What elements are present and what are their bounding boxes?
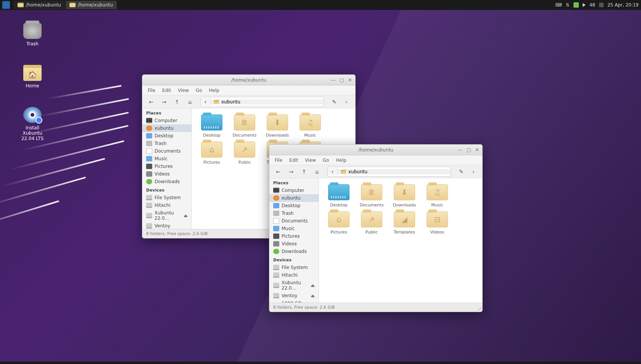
sidebar-item-1000gb[interactable]: 1000 GB Volume <box>269 300 319 303</box>
sidebar-item-computer[interactable]: Computer <box>142 117 192 124</box>
sidebar-item-trash[interactable]: Trash <box>269 209 319 217</box>
nav-home-button[interactable]: ⌂ <box>312 167 322 177</box>
sidebar-item-hitachi[interactable]: Hitachi <box>269 271 319 279</box>
nav-home-button[interactable]: ⌂ <box>185 97 195 107</box>
folder-public[interactable]: ↗Public <box>358 211 385 235</box>
sidebar-item-ventoy[interactable]: Ventoy⏏ <box>269 292 319 300</box>
nav-forward-button[interactable]: → <box>286 167 296 177</box>
menu-file[interactable]: File <box>275 158 282 163</box>
menu-edit[interactable]: Edit <box>162 88 171 93</box>
sidebar-item-filesystem[interactable]: File System <box>269 264 319 271</box>
path-label: xubuntu <box>221 99 240 105</box>
battery-icon[interactable] <box>573 2 579 8</box>
folder-music[interactable]: ♫Music <box>296 114 324 138</box>
clock-text[interactable]: 25 Apr, 20:19 <box>607 2 639 8</box>
folder-templates[interactable]: ◢Templates <box>391 211 418 235</box>
menu-help[interactable]: Help <box>336 158 346 163</box>
sidebar-item-downloads[interactable]: Downloads <box>142 178 192 185</box>
nav-up-button[interactable]: ↑ <box>172 97 182 107</box>
path-crumb[interactable]: xubuntu <box>338 169 451 174</box>
menu-view[interactable]: View <box>305 158 316 163</box>
eject-icon[interactable]: ⏏ <box>184 213 188 218</box>
desktop-home[interactable]: Home <box>15 65 50 89</box>
volume-icon[interactable] <box>583 3 586 7</box>
sidebar-item-xubuntu-iso[interactable]: Xubuntu 22.0…⏏ <box>142 209 192 222</box>
keyboard-layout-icon[interactable]: ⌨ <box>555 2 562 8</box>
minimize-button[interactable]: — <box>331 77 336 83</box>
home-icon <box>341 170 346 174</box>
folder-documents[interactable]: 🗎Documents <box>231 114 258 138</box>
menu-go[interactable]: Go <box>196 88 202 93</box>
folder-pictures[interactable]: ⌂Pictures <box>325 211 353 235</box>
folder-pictures[interactable]: ⌂Pictures <box>198 142 225 165</box>
sidebar-item-desktop[interactable]: Desktop <box>269 202 319 209</box>
minimize-button[interactable]: — <box>458 147 463 153</box>
window-titlebar[interactable]: /home/xubuntu — ▢ ✕ <box>142 75 355 85</box>
maximize-button[interactable]: ▢ <box>340 77 344 83</box>
sidebar-item-filesystem[interactable]: File System <box>142 194 192 201</box>
path-bar[interactable]: ‹ xubuntu <box>200 97 324 107</box>
maximize-button[interactable]: ▢ <box>467 147 471 153</box>
sidebar-item-hitachi[interactable]: Hitachi <box>142 201 192 209</box>
sidebar-item-home[interactable]: xubuntu <box>142 124 192 132</box>
desktop-trash[interactable]: Trash <box>15 23 50 47</box>
path-toggle-icon[interactable]: ‹ <box>201 98 211 105</box>
nav-up-button[interactable]: ↑ <box>299 167 309 177</box>
folder-videos[interactable]: ⊟Videos <box>424 211 451 235</box>
close-button[interactable]: ✕ <box>475 147 479 153</box>
sidebar-item-pictures[interactable]: Pictures <box>269 232 319 240</box>
nav-back-button[interactable]: ← <box>273 167 283 177</box>
sidebar-item-downloads[interactable]: Downloads <box>269 248 319 255</box>
edit-path-button[interactable]: ✎ <box>456 167 466 177</box>
folder-desktop[interactable]: Desktop <box>198 114 225 138</box>
sidebar-item-documents[interactable]: Documents <box>269 217 319 225</box>
sidebar-item-home[interactable]: xubuntu <box>269 194 319 202</box>
file-manager-window[interactable]: /home/xubuntu — ▢ ✕ File Edit View Go He… <box>269 144 483 312</box>
icon-label: 22.04 LTS <box>15 136 50 141</box>
path-toggle-icon[interactable]: ‹ <box>328 168 338 175</box>
sidebar-item-computer[interactable]: Computer <box>269 187 319 194</box>
eject-icon[interactable]: ⏏ <box>311 293 315 298</box>
folder-documents[interactable]: 🗎Documents <box>358 184 385 208</box>
folder-public[interactable]: ↗Public <box>231 142 258 165</box>
sidebar-item-videos[interactable]: Videos <box>269 240 319 248</box>
sidebar-item-documents[interactable]: Documents <box>142 147 192 155</box>
sidebar-item-trash[interactable]: Trash <box>142 140 192 147</box>
sidebar-item-desktop[interactable]: Desktop <box>142 132 192 140</box>
menu-help[interactable]: Help <box>209 88 219 93</box>
folder-music[interactable]: ♫Music <box>424 184 451 208</box>
sidebar-item-xubuntu-iso[interactable]: Xubuntu 22.0…⏏ <box>269 279 319 292</box>
whisker-menu-icon[interactable] <box>2 1 10 9</box>
taskbar-item[interactable]: /home/xubuntu <box>14 1 65 9</box>
sidebar-item-music[interactable]: Music <box>269 225 319 232</box>
folder-downloads[interactable]: ⬇Downloads <box>264 114 291 138</box>
eject-icon[interactable]: ⏏ <box>311 283 315 288</box>
menu-edit[interactable]: Edit <box>289 158 298 163</box>
window-titlebar[interactable]: /home/xubuntu — ▢ ✕ <box>269 145 482 155</box>
optical-icon <box>273 283 279 288</box>
menu-view[interactable]: View <box>178 88 188 93</box>
nav-forward-button[interactable]: → <box>159 97 169 107</box>
folder-desktop[interactable]: Desktop <box>325 184 353 208</box>
edit-path-button[interactable]: ✎ <box>329 97 339 107</box>
path-bar[interactable]: ‹ xubuntu <box>327 167 451 177</box>
menu-file[interactable]: File <box>148 88 155 93</box>
desktop-installer[interactable]: Install Xubuntu 22.04 LTS <box>15 107 50 141</box>
path-crumb[interactable]: xubuntu <box>211 99 324 105</box>
path-expand-button[interactable]: › <box>341 97 351 107</box>
notification-icon[interactable] <box>599 3 604 7</box>
sidebar-item-ventoy[interactable]: Ventoy <box>142 222 192 229</box>
sidebar-item-videos[interactable]: Videos <box>142 170 192 178</box>
file-view[interactable]: Desktop 🗎Documents ⬇Downloads ♫Music ⌂Pi… <box>319 178 482 303</box>
sidebar-item-music[interactable]: Music <box>142 155 192 163</box>
usb-icon[interactable]: ⇅ <box>566 2 570 8</box>
sidebar-item-pictures[interactable]: Pictures <box>142 163 192 170</box>
close-button[interactable]: ✕ <box>348 77 352 83</box>
taskbar-item[interactable]: /home/xubuntu <box>66 1 117 9</box>
resize-grip[interactable] <box>477 306 482 311</box>
sidebar-heading-devices: Devices <box>142 185 192 194</box>
folder-downloads[interactable]: ⬇Downloads <box>391 184 418 208</box>
nav-back-button[interactable]: ← <box>146 97 156 107</box>
menu-go[interactable]: Go <box>323 158 329 163</box>
path-expand-button[interactable]: › <box>469 167 478 177</box>
